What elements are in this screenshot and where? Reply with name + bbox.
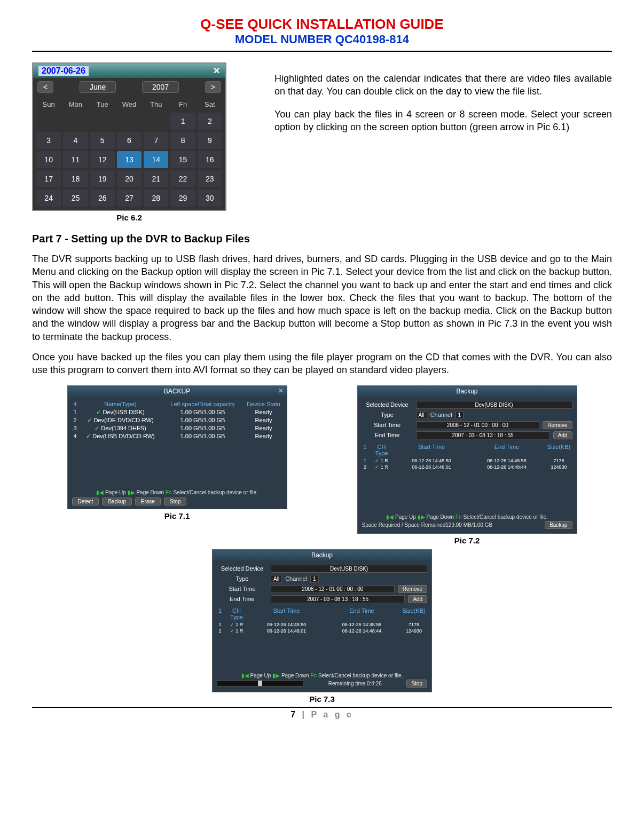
calendar-day-head: Fri (170, 99, 195, 109)
page-up-label: Page Up (395, 514, 416, 520)
page-number: 7 | P a g e (32, 710, 612, 720)
calendar-cell[interactable]: 11 (63, 151, 88, 168)
backup-button[interactable]: Backup (102, 498, 131, 506)
select-cancel-hint: Select/Cancel backup device or file. (318, 673, 403, 678)
calendar-cell[interactable]: 8 (170, 132, 195, 149)
close-icon[interactable]: ✕ (213, 66, 220, 76)
calendar-cell[interactable]: 23 (198, 170, 222, 187)
calendar-instruction-1: Highlighted dates on the calendar indica… (274, 72, 612, 98)
space-info: Space Required / Space Remained129.00 MB… (362, 522, 493, 528)
page-down-label: Page Down (136, 489, 164, 495)
calendar-cell[interactable]: 12 (90, 151, 115, 168)
calendar-cell[interactable]: 9 (198, 132, 222, 149)
calendar-cell[interactable]: 14 (144, 151, 168, 168)
calendar-date-title: 2007-06-26 (38, 66, 89, 76)
stop-button[interactable]: Stop (164, 498, 187, 506)
start-time-input[interactable]: 2006 - 12 - 01 00 : 00 : 00 (271, 585, 395, 593)
calendar-cell[interactable]: 26 (90, 189, 115, 207)
add-button[interactable]: Add (553, 431, 572, 439)
calendar-cell[interactable]: 1 (170, 113, 195, 130)
calendar-cell[interactable]: 3 (36, 132, 61, 149)
end-time-label: End Time (362, 432, 413, 438)
col-n: 1 (217, 607, 223, 620)
calendar-cell[interactable]: 13 (117, 151, 142, 168)
calendar-cell[interactable]: 25 (63, 189, 88, 207)
device-row[interactable]: 1Dev(USB DISK)1.00 GB/1.00 GBReady (72, 408, 282, 416)
start-time-input[interactable]: 2006 - 12 - 01 00 : 00 : 00 (416, 421, 540, 429)
file-row[interactable]: 21 R06-12-26 14:46:0106-12-26 14:48:4412… (362, 464, 572, 470)
calendar-instruction-2: You can play back the files in 4 screen … (274, 108, 612, 134)
selected-device-select[interactable]: Dev(USB DISK) (271, 565, 427, 573)
calendar-cell[interactable]: 19 (90, 170, 115, 187)
add-button[interactable]: Add (408, 595, 427, 603)
end-time-input[interactable]: 2007 - 03 - 08 13 : 18 : 55 (271, 595, 405, 603)
year-select[interactable]: 2007 (142, 81, 179, 93)
channel-select[interactable]: 1 (310, 575, 319, 583)
channel-label: Channel (285, 575, 307, 582)
type-select[interactable]: All (271, 575, 282, 583)
end-time-input[interactable]: 2007 - 03 - 08 13 : 18 : 55 (416, 431, 550, 439)
detect-button[interactable]: Detect (72, 498, 99, 506)
calendar-day-head: Wed (117, 99, 142, 109)
calendar-cell[interactable]: 5 (90, 132, 115, 149)
calendar-cell[interactable]: 21 (144, 170, 168, 187)
calendar-cell (90, 113, 115, 130)
device-row[interactable]: 3Dev(1394 DHFS)1.00 GB/1.00 GBReady (72, 424, 282, 432)
device-row[interactable]: 4Dev(USB DVD/CD-RW)1.00 GB/1.00 GBReady (72, 432, 282, 440)
close-icon[interactable]: ✕ (278, 387, 284, 394)
calendar-cell[interactable]: 15 (170, 151, 195, 168)
select-cancel-hint: Select/Cancel backup device or file. (463, 514, 547, 520)
erase-button[interactable]: Erase (135, 498, 161, 506)
calendar-cell[interactable]: 27 (117, 189, 142, 207)
file-row[interactable]: 11 R06-12-26 14:45:5006-12-26 14:45:5871… (362, 457, 572, 464)
calendar-cell[interactable]: 2 (198, 113, 222, 130)
calendar-cell[interactable]: 18 (63, 170, 88, 187)
calendar-cell[interactable]: 17 (36, 170, 61, 187)
file-row[interactable]: 11 R06-12-26 14:45:5006-12-26 14:45:5871… (217, 621, 427, 628)
remove-button[interactable]: Remove (398, 585, 427, 593)
window-title: Backup (311, 551, 333, 559)
file-row[interactable]: 21 R06-12-26 14:46:0106-12-26 14:48:4412… (217, 628, 427, 634)
calendar-cell[interactable]: 24 (36, 189, 61, 207)
next-month-button[interactable]: > (205, 81, 221, 93)
pic-7-1-label: Pic 7.1 (67, 511, 287, 520)
calendar-cell[interactable]: 4 (63, 132, 88, 149)
col-end: End Time (470, 444, 544, 456)
channel-select[interactable]: 1 (455, 411, 464, 419)
header-title: Q-SEE QUICK INSTALLATION GUIDE (32, 16, 612, 33)
calendar-cell[interactable]: 22 (170, 170, 195, 187)
remove-button[interactable]: Remove (543, 421, 572, 429)
pic-6-2-label: Pic 6.2 (32, 213, 226, 222)
type-label: Type (362, 412, 413, 418)
calendar-cell[interactable]: 30 (198, 189, 222, 207)
selected-device-label: Selected Device (362, 401, 413, 408)
device-row[interactable]: 2Dev(IDE DVD/CD-RW)1.00 GB/1.00 GBReady (72, 416, 282, 424)
calendar-cell[interactable]: 16 (198, 151, 222, 168)
calendar-cell[interactable]: 29 (170, 189, 195, 207)
calendar-cell[interactable]: 7 (144, 132, 168, 149)
window-title: Backup (456, 388, 477, 395)
backup-button[interactable]: Backup (545, 521, 572, 529)
calendar-cell[interactable]: 20 (117, 170, 142, 187)
window-title: BACKUP (164, 388, 190, 395)
calendar-cell[interactable]: 28 (144, 189, 168, 207)
header-subtitle: MODEL NUMBER QC40198-814 (32, 33, 612, 46)
calendar-cell[interactable]: 6 (117, 132, 142, 149)
stop-button[interactable]: Stop (406, 680, 427, 688)
pic-7-2-label: Pic 7.2 (357, 536, 577, 545)
type-select[interactable]: All (416, 411, 427, 419)
remaining-time: Remaining time 0:4:26 (328, 681, 382, 686)
footer-rule (32, 707, 612, 708)
selected-device-select[interactable]: Dev(USB DISK) (416, 401, 572, 409)
pic-7-3-label: Pic 7.3 (212, 694, 432, 704)
col-start: Start Time (250, 607, 323, 620)
prev-month-button[interactable]: < (37, 81, 53, 93)
col-size: Size(KB) (546, 444, 572, 456)
calendar-cell (36, 113, 61, 130)
page-up-label: Page Up (105, 489, 126, 495)
col-chtype: CH Type (225, 607, 248, 620)
month-select[interactable]: June (80, 81, 116, 93)
col-end: End Time (325, 607, 398, 620)
calendar-cell[interactable]: 10 (36, 151, 61, 168)
col-size: Size(KB) (400, 607, 427, 620)
